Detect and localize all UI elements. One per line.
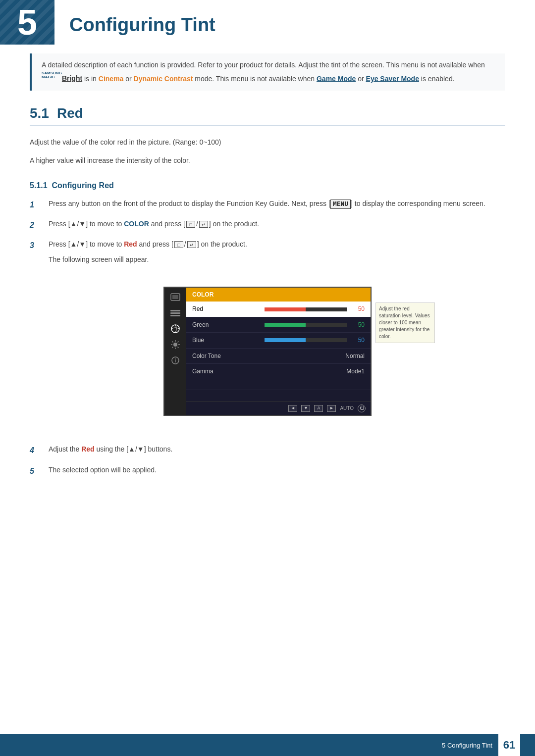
step-content-4: Adjust the Red using the [▲/▼] buttons. [49,444,505,455]
section-desc1: Adjust the value of the color red in the… [30,136,505,149]
steps-list: 1 Press any button on the front of the p… [30,198,505,478]
gamma-value: Mode1 [346,366,365,376]
red-bar-container [265,307,347,311]
red-value: 50 [351,304,365,314]
svg-rect-1 [172,295,178,299]
sidebar-icon-5: i [168,355,182,366]
enter-icon-3: □ [174,241,183,248]
blue-bar-fill [265,338,306,342]
menu-key: MENU [330,200,351,209]
blue-value: 50 [351,335,365,345]
red-highlight-2: Red [81,445,94,453]
menu-item-green: Green 50 [186,317,371,333]
power-icon: ⏻ [358,404,366,412]
green-value: 50 [351,320,365,330]
nav-btn-right: ► [327,405,336,412]
menu-spacer-1 [186,379,371,390]
section-desc2: A higher value will increase the intensi… [30,154,505,167]
menu-item-blue: Blue 50 [186,333,371,348]
menu-item-gamma: Gamma Mode1 [186,364,371,379]
sidebar-icon-2 [168,307,182,318]
intro-paragraph: A detailed description of each function … [30,53,505,91]
sidebar-icon-4 [168,339,182,350]
eye-saver-highlight: Eye Saver Mode [366,74,419,82]
subsection-511-title: 5.1.1 Configuring Red [30,181,505,190]
chapter-number: 5 [0,0,54,45]
menu-bottom-bar: ◄ ▼ A ► AUTO ⏻ [186,401,371,415]
page-content: A detailed description of each function … [0,53,535,517]
step-content-2: Press [▲/▼] to move to COLOR and press [… [49,218,505,230]
menu-item-red: Red 50 [186,302,371,317]
blue-bar-container [265,338,347,342]
menu-item-color-tone: Color Tone Normal [186,349,371,364]
enter-icon-2: ↵ [199,221,208,228]
chapter-title: Configuring Tint [69,14,215,36]
step-2: 2 Press [▲/▼] to move to COLOR and press… [30,218,505,232]
section-51-title: 5.1Red [30,105,505,126]
step-num-2: 2 [30,218,45,232]
menu-screenshot: i COLOR Red 50 [163,287,372,416]
page-footer: 5 Configuring Tint 61 [0,734,535,756]
step-num-1: 1 [30,198,45,211]
svg-rect-4 [170,315,180,316]
footer-chapter-text: 5 Configuring Tint [442,742,492,749]
step-3: 3 Press [▲/▼] to move to Red and press [… [30,239,505,437]
dynamic-contrast-highlight: Dynamic Contrast [134,74,193,82]
step-4: 4 Adjust the Red using the [▲/▼] buttons… [30,444,505,457]
game-mode-highlight: Game Mode [317,74,356,82]
step-content-3: Press [▲/▼] to move to Red and press [□/… [49,239,247,252]
svg-rect-3 [170,312,180,314]
menu-sidebar: i [164,288,186,415]
page-number: 61 [498,734,520,756]
color-highlight: COLOR [124,220,149,228]
sidebar-icon-3 [168,323,182,334]
sidebar-icon-1 [168,292,182,302]
samsung-magic-label: SAMSUNGMAGICBright [42,74,82,82]
menu-tooltip: Adjust the red saturation level. Values … [375,302,435,343]
step-note-3: The following screen will appear. [49,254,149,266]
svg-text:i: i [175,358,176,363]
menu-main-panel: COLOR Red 50 Green [186,288,371,415]
step-1: 1 Press any button on the front of the p… [30,198,505,211]
green-bar-fill [265,323,306,327]
step-5: 5 The selected option will be applied. [30,464,505,478]
nav-btn-down: ▼ [301,405,310,412]
green-bar-container [265,323,347,327]
svg-rect-2 [170,310,180,311]
enter-icon-1: □ [186,221,195,228]
nav-btn-enter: A [314,405,323,412]
step-num-5: 5 [30,464,45,478]
cinema-highlight: Cinema [99,74,124,82]
menu-spacer-2 [186,390,371,401]
step-content-1: Press any button on the front of the pro… [49,198,505,210]
color-tone-value: Normal [345,351,365,361]
svg-point-5 [171,325,179,333]
enter-icon-4: ↵ [187,241,196,248]
menu-color-header: COLOR [186,288,371,302]
chapter-title-block: Configuring Tint [54,0,230,45]
chapter-header: 5 Configuring Tint [0,0,535,45]
svg-point-6 [173,343,177,347]
step-content-5: The selected option will be applied. [49,464,505,476]
nav-btn-left: ◄ [288,405,297,412]
auto-label: AUTO [340,404,354,412]
red-highlight: Red [124,240,137,248]
step-num-3: 3 [30,239,45,252]
step-num-4: 4 [30,444,45,457]
red-bar-fill [265,307,306,311]
